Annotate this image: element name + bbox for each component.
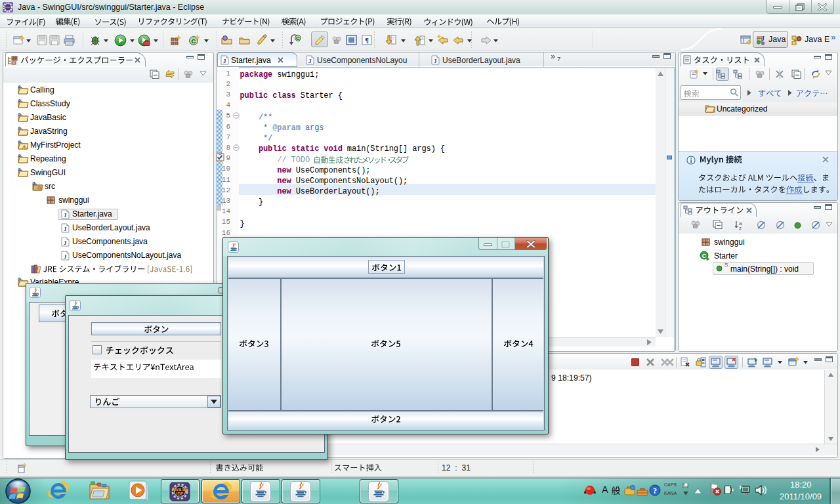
svg-text:C: C — [702, 253, 707, 259]
svg-text:J: J — [308, 58, 312, 64]
svg-text:?: ? — [653, 486, 657, 495]
svg-text:J: J — [434, 58, 437, 64]
svg-text:J: J — [64, 226, 67, 232]
svg-text:J: J — [64, 253, 67, 260]
svg-text:IDE: IDE — [177, 492, 184, 496]
svg-text:J: J — [223, 58, 226, 64]
svg-text:J: J — [64, 240, 67, 246]
svg-text:¶: ¶ — [365, 36, 369, 44]
svg-text:J: J — [761, 35, 765, 42]
svg-text:C: C — [192, 37, 196, 45]
svg-text:C: C — [296, 35, 300, 41]
svg-text:J: J — [64, 212, 67, 219]
svg-text:Java EE: Java EE — [172, 487, 189, 492]
svg-text:z: z — [739, 225, 742, 230]
